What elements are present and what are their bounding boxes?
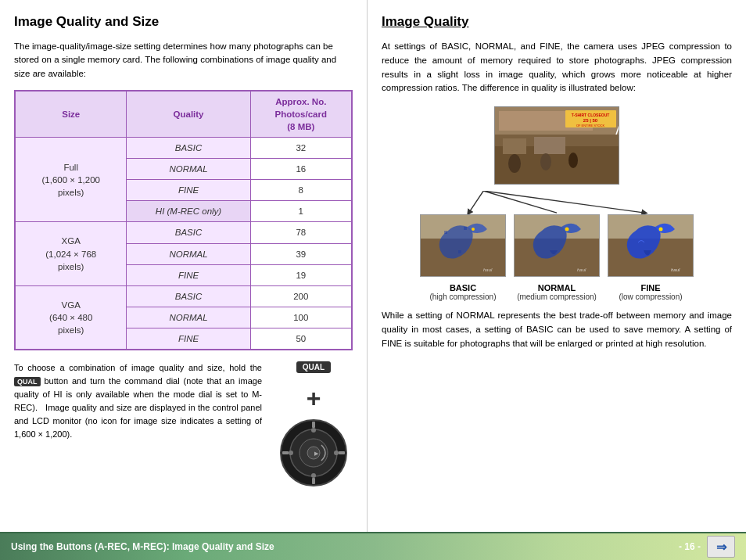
basic-photo-svg: haul [421,215,506,277]
count-fine-full: 8 [250,180,352,201]
quality-normal-xga: NORMAL [127,243,250,264]
svg-line-29 [483,191,557,213]
label-basic: BASIC (high compression) [420,283,506,301]
quality-basic-full: BASIC [127,138,250,159]
svg-text:25 | 50: 25 | 50 [583,118,598,123]
label-fine: FINE (low compression) [608,283,694,301]
icon-area: QUAL + [274,361,353,488]
right-intro: At settings of BASIC, NORMAL, and FINE, … [382,40,732,95]
svg-rect-23 [503,138,526,154]
comparison-diagram: T-SHIRT CLOSEOUT25 50OF ENTIRE STOCK T-S… [382,106,732,309]
page-number: - 16 - [679,541,701,552]
svg-point-36 [472,228,475,231]
svg-text:T-SHIRT CLOSEOUT: T-SHIRT CLOSEOUT [572,113,610,117]
svg-point-10 [334,451,339,455]
count-fine-xga: 19 [250,264,352,285]
qual-badge: QUAL [296,361,331,373]
market-photo: T-SHIRT CLOSEOUT25 50OF ENTIRE STOCK T-S… [494,106,619,185]
count-basic-xga: 78 [250,222,352,243]
bottom-description: To choose a combination of image quality… [14,361,262,441]
svg-rect-4 [312,422,315,428]
svg-text:haul: haul [577,267,586,272]
svg-rect-6 [282,451,289,454]
count-hi-full: 1 [250,201,352,222]
basic-label-title: BASIC [420,283,506,293]
top-image-container: T-SHIRT CLOSEOUT25 50OF ENTIRE STOCK T-S… [494,106,619,185]
footer: Using the Buttons (A-REC, M-REC): Image … [0,532,746,560]
count-normal-vga: 100 [250,307,352,328]
svg-rect-37 [444,231,447,234]
count-basic-full: 32 [250,138,352,159]
svg-point-11 [311,473,316,478]
normal-photo-svg: haul [515,215,600,277]
bottom-section: To choose a combination of image quality… [14,361,353,488]
normal-photo: haul [514,214,600,277]
table-row: XGA(1,024 × 768pixels) BASIC 78 [15,222,352,243]
col-header-size: Size [15,91,127,138]
fine-photo-svg: haul [608,215,694,277]
svg-point-26 [540,153,551,171]
svg-point-25 [508,154,521,173]
fine-label-sub: (low compression) [608,293,694,301]
footer-page-area: - 16 - ⇒ [679,536,735,558]
diagram-arrows [416,191,698,214]
comparison-images-row: haul haul [420,214,694,277]
col-header-photos: Approx. No.Photos/card(8 MB) [250,91,352,138]
svg-line-28 [469,191,484,213]
quality-fine-xga: FINE [127,264,250,285]
table-row: VGA(640 × 480pixels) BASIC 200 [15,285,352,307]
left-title: Image Quality and Size [14,14,353,32]
basic-photo: haul [420,214,506,277]
plus-icon: + [307,384,321,413]
quality-table: Size Quality Approx. No.Photos/card(8 MB… [14,90,353,350]
fine-photo: haul [608,214,694,277]
camera-dial-icon: ▶ [278,418,349,488]
table-row: Full(1,600 × 1,200pixels) BASIC 32 [15,138,352,159]
normal-label-title: NORMAL [514,283,600,293]
size-vga: VGA(640 × 480pixels) [15,285,127,350]
right-title: Image Quality [382,14,732,32]
left-intro: The image-quality/image-size setting det… [14,40,353,81]
next-page-button[interactable]: ⇒ [707,536,735,558]
size-xga: XGA(1,024 × 768pixels) [15,222,127,285]
svg-rect-5 [312,478,315,484]
quality-fine-vga: FINE [127,328,250,350]
market-photo-svg: T-SHIRT CLOSEOUT 25 | 50 OF ENTIRE STOCK [495,107,619,185]
svg-text:OF ENTIRE STOCK: OF ENTIRE STOCK [576,124,604,127]
svg-rect-39 [458,250,461,253]
svg-point-9 [289,451,293,455]
svg-point-49 [659,228,663,232]
svg-text:haul: haul [483,267,493,272]
count-basic-vga: 200 [250,285,352,307]
right-panel: Image Quality At settings of BASIC, NORM… [368,0,746,532]
svg-point-44 [565,228,569,232]
fine-label-title: FINE [608,283,694,293]
label-normal: NORMAL (medium compression) [514,283,600,301]
size-full: Full(1,600 × 1,200pixels) [15,138,127,222]
col-header-quality: Quality [127,91,250,138]
count-normal-xga: 39 [250,243,352,264]
count-fine-vga: 50 [250,328,352,350]
svg-rect-7 [339,451,345,454]
svg-text:haul: haul [671,267,680,272]
quality-normal-full: NORMAL [127,159,250,180]
footer-label: Using the Buttons (A-REC, M-REC): Image … [11,541,274,552]
quality-hi-full: HI (M-REC only) [127,201,250,222]
svg-rect-38 [464,227,467,230]
quality-basic-xga: BASIC [127,222,250,243]
qual-badge-inline: QUAL [14,377,41,386]
quality-fine-full: FINE [127,180,250,201]
left-panel: Image Quality and Size The image-quality… [0,0,368,532]
normal-label-sub: (medium compression) [514,293,600,301]
right-bottom-text: While a setting of NORMAL represents the… [382,309,732,350]
count-normal-full: 16 [250,159,352,180]
svg-point-8 [311,428,316,433]
quality-normal-vga: NORMAL [127,307,250,328]
svg-point-27 [568,153,578,168]
quality-basic-vga: BASIC [127,285,250,307]
svg-rect-24 [534,137,565,154]
svg-line-30 [483,191,644,213]
comparison-labels-row: BASIC (high compression) NORMAL (medium … [420,283,694,301]
basic-label-sub: (high compression) [420,293,506,301]
